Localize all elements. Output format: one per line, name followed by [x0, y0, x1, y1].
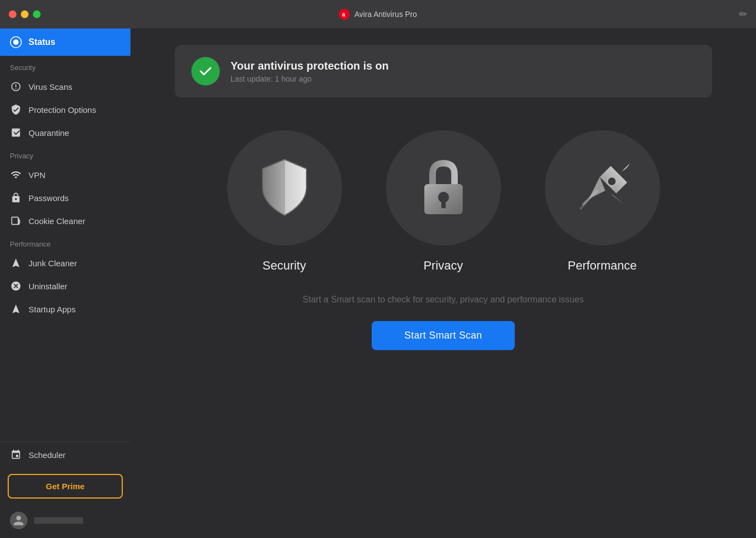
svg-rect-7 [441, 201, 446, 208]
sidebar: Status Security Virus Scans Protection O… [0, 28, 130, 538]
get-prime-button[interactable]: Get Prime [8, 474, 123, 499]
features-row: Security [227, 130, 660, 273]
close-button[interactable] [9, 10, 16, 18]
title-bar-content: a Avira Antivirus Pro [339, 9, 417, 20]
security-feature-label: Security [263, 259, 306, 273]
passwords-label: Passwords [29, 193, 69, 203]
svg-point-8 [607, 177, 616, 186]
minimize-button[interactable] [21, 10, 29, 18]
status-main-text: Your antivirus protection is on [231, 60, 389, 72]
main-layout: Status Security Virus Scans Protection O… [0, 28, 756, 538]
security-circle [227, 130, 342, 245]
start-smart-scan-button[interactable]: Start Smart Scan [372, 321, 515, 350]
passwords-icon [10, 192, 22, 204]
protection-status-icon [191, 57, 220, 85]
sidebar-item-startup-apps[interactable]: Startup Apps [0, 297, 130, 320]
sidebar-item-vpn[interactable]: VPN [0, 163, 130, 186]
sidebar-status-label: Status [29, 37, 55, 47]
feature-privacy[interactable]: Privacy [386, 130, 501, 273]
title-bar-actions: ✏ [739, 8, 747, 20]
svg-text:a: a [342, 12, 345, 18]
user-name-bar [34, 517, 83, 524]
user-profile[interactable] [0, 505, 130, 538]
junk-cleaner-icon [10, 257, 22, 269]
main-content: Your antivirus protection is on Last upd… [130, 28, 756, 538]
scheduler-label: Scheduler [29, 450, 66, 460]
status-banner-text: Your antivirus protection is on Last upd… [231, 60, 389, 83]
startup-apps-icon [10, 303, 22, 315]
sidebar-item-passwords[interactable]: Passwords [0, 186, 130, 209]
vpn-icon [10, 169, 22, 181]
virus-scans-label: Virus Scans [29, 82, 72, 91]
junk-cleaner-label: Junk Cleaner [29, 259, 77, 268]
protection-options-icon [10, 104, 22, 116]
performance-circle [545, 130, 660, 245]
feature-security[interactable]: Security [227, 130, 342, 273]
virus-scans-icon [10, 81, 22, 93]
edit-icon[interactable]: ✏ [739, 9, 747, 20]
avatar [10, 512, 27, 529]
sidebar-item-quarantine[interactable]: Quarantine [0, 121, 130, 144]
quarantine-icon [10, 127, 22, 139]
sidebar-item-status[interactable]: Status [0, 28, 130, 56]
app-logo: a [339, 9, 350, 20]
sidebar-performance-label: Performance [0, 232, 130, 251]
startup-apps-label: Startup Apps [29, 305, 76, 314]
uninstaller-icon [10, 280, 22, 292]
status-sub-text: Last update: 1 hour ago [231, 75, 389, 83]
sidebar-security-label: Security [0, 56, 130, 75]
maximize-button[interactable] [33, 10, 41, 18]
scheduler-icon [10, 449, 22, 461]
status-icon [10, 36, 22, 48]
vpn-label: VPN [29, 170, 46, 180]
uninstaller-label: Uninstaller [29, 282, 67, 291]
performance-feature-label: Performance [568, 259, 637, 273]
cookie-cleaner-label: Cookie Cleaner [29, 216, 85, 226]
privacy-feature-label: Privacy [423, 259, 463, 273]
scan-description: Start a Smart scan to check for security… [303, 295, 584, 305]
svg-point-3 [13, 39, 19, 45]
sidebar-item-junk-cleaner[interactable]: Junk Cleaner [0, 251, 130, 274]
quarantine-label: Quarantine [29, 128, 69, 138]
feature-performance[interactable]: Performance [545, 130, 660, 273]
sidebar-item-virus-scans[interactable]: Virus Scans [0, 75, 130, 98]
app-title: Avira Antivirus Pro [354, 10, 417, 19]
sidebar-privacy-label: Privacy [0, 144, 130, 163]
cookie-cleaner-icon [10, 215, 22, 227]
privacy-circle [386, 130, 501, 245]
sidebar-item-uninstaller[interactable]: Uninstaller [0, 274, 130, 297]
sidebar-item-cookie-cleaner[interactable]: Cookie Cleaner [0, 209, 130, 232]
window-controls [9, 10, 41, 18]
sidebar-item-protection-options[interactable]: Protection Options [0, 98, 130, 121]
title-bar: a Avira Antivirus Pro ✏ [0, 0, 756, 28]
protection-options-label: Protection Options [29, 105, 96, 115]
status-banner: Your antivirus protection is on Last upd… [175, 45, 712, 98]
sidebar-item-scheduler[interactable]: Scheduler [0, 442, 130, 467]
